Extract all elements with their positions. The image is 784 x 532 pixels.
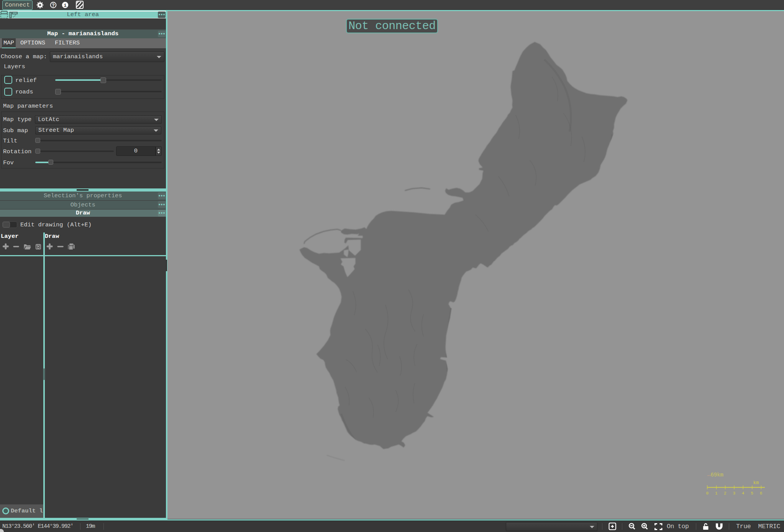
svg-text:3: 3 [733,491,736,496]
svg-text:1: 1 [715,491,718,496]
svg-text:5: 5 [751,491,754,496]
svg-text:km: km [753,480,759,486]
svg-text:?: ? [52,3,55,8]
svg-text:2: 2 [724,491,727,496]
svg-text:0: 0 [706,491,709,496]
svg-text:6: 6 [760,491,763,496]
svg-text:4: 4 [742,491,745,496]
svg-text:i: i [64,3,67,8]
